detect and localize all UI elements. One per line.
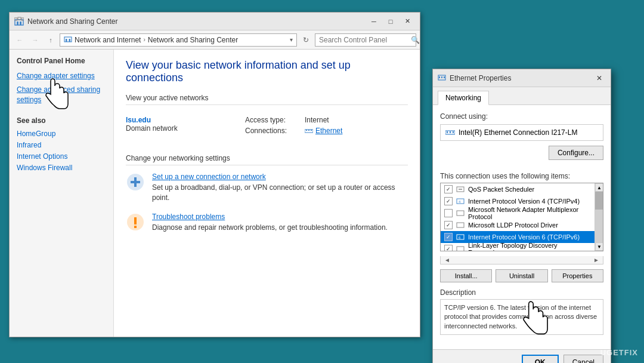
see-also-title: See also bbox=[17, 116, 106, 125]
svg-rect-8 bbox=[69, 39, 71, 42]
page-title: View your basic network information and … bbox=[126, 59, 408, 84]
sidebar: Control Panel Home Change adapter settin… bbox=[10, 50, 114, 337]
svg-rect-21 bbox=[441, 76, 442, 78]
svg-rect-15 bbox=[134, 177, 137, 187]
maximize-button[interactable]: □ bbox=[383, 16, 398, 27]
setup-connection-text: Set up a new connection or network Set u… bbox=[152, 173, 408, 203]
svg-rect-12 bbox=[311, 130, 312, 131]
check-lldp[interactable]: ✓ bbox=[444, 221, 453, 229]
sidebar-link-adapter[interactable]: Change adapter settings bbox=[17, 71, 106, 81]
ethernet-properties-dialog: Ethernet Properties ✕ Networking Connect… bbox=[432, 69, 611, 363]
item-lld-resp-label: Link-Layer Topology Discovery Responder bbox=[468, 242, 591, 251]
svg-rect-20 bbox=[439, 76, 440, 78]
up-button[interactable]: ↑ bbox=[44, 33, 57, 47]
path-current: Network and Sharing Center bbox=[148, 36, 238, 44]
access-type-row: Access type: Internet bbox=[245, 116, 408, 124]
troubleshoot-text: Troubleshoot problems Diagnose and repai… bbox=[152, 213, 388, 233]
connect-using-box: Intel(R) Ethernet Connection I217-LM bbox=[440, 124, 603, 141]
scroll-down-arrow[interactable]: ▼ bbox=[595, 242, 603, 251]
tab-networking[interactable]: Networking bbox=[438, 91, 489, 105]
refresh-button[interactable]: ↻ bbox=[299, 33, 312, 47]
check-ipv6[interactable]: ✓ bbox=[444, 233, 453, 241]
svg-rect-18 bbox=[134, 226, 137, 228]
item-qos-label: QoS Packet Scheduler bbox=[468, 186, 534, 193]
install-button[interactable]: Install... bbox=[440, 269, 492, 282]
item-ms-net-label: Microsoft Network Adapter Multiplexor Pr… bbox=[468, 206, 591, 220]
scroll-up-arrow[interactable]: ▲ bbox=[595, 183, 603, 192]
scroll-thumb[interactable] bbox=[595, 192, 603, 210]
scroll-track bbox=[595, 192, 603, 242]
see-also-homegroup[interactable]: HomeGroup bbox=[17, 130, 106, 138]
see-also-firewall[interactable]: Windows Firewall bbox=[17, 164, 106, 172]
svg-text:6: 6 bbox=[459, 236, 461, 239]
troubleshoot-title[interactable]: Troubleshoot problems bbox=[152, 213, 388, 221]
description-text: TCP/IP version 6. The latest version of … bbox=[444, 304, 597, 330]
check-ipv4[interactable]: ✓ bbox=[444, 197, 453, 205]
list-item-lldp[interactable]: ✓ Microsoft LLDP Protocol Driver bbox=[441, 219, 595, 231]
minimize-button[interactable]: ─ bbox=[366, 16, 382, 27]
see-also-internet[interactable]: Internet Options bbox=[17, 152, 106, 161]
search-input[interactable] bbox=[319, 36, 408, 44]
forward-button[interactable]: → bbox=[29, 33, 42, 47]
network-ssid[interactable]: lsu.edu bbox=[126, 116, 245, 124]
item-lldp-label: Microsoft LLDP Protocol Driver bbox=[468, 222, 558, 229]
svg-rect-35 bbox=[457, 247, 464, 251]
close-button[interactable]: ✕ bbox=[400, 16, 415, 27]
network-name: lsu.edu Domain network bbox=[126, 116, 245, 133]
list-item-ms-net[interactable]: Microsoft Network Adapter Multiplexor Pr… bbox=[441, 207, 595, 219]
main-window: Network and Sharing Center ─ □ ✕ ← → ↑ N… bbox=[9, 12, 420, 337]
list-item-lld-resp[interactable]: ✓ Link-Layer Topology Discovery Responde… bbox=[441, 243, 595, 251]
svg-rect-31 bbox=[457, 211, 464, 216]
sidebar-title: Control Panel Home bbox=[17, 57, 106, 65]
search-box[interactable]: 🔍 bbox=[315, 33, 416, 47]
change-settings-label: Change your networking settings bbox=[126, 154, 408, 165]
eth-title-bar: Ethernet Properties ✕ bbox=[433, 69, 611, 87]
check-lld-resp[interactable]: ✓ bbox=[444, 245, 453, 251]
active-networks-label: View your active networks bbox=[126, 94, 408, 105]
listbox-scrollbar[interactable]: ▲ ▼ bbox=[595, 183, 603, 251]
ok-button[interactable]: OK bbox=[522, 355, 559, 363]
troubleshoot-item: Troubleshoot problems Diagnose and repai… bbox=[126, 213, 408, 233]
content-area: Control Panel Home Change adapter settin… bbox=[10, 50, 420, 337]
setup-connection-icon bbox=[126, 173, 145, 192]
troubleshoot-desc: Diagnose and repair network problems, or… bbox=[152, 223, 388, 233]
sidebar-link-sharing[interactable]: Change advanced sharing settings bbox=[17, 85, 106, 105]
svg-rect-17 bbox=[134, 217, 137, 224]
network-info: lsu.edu Domain network Access type: Inte… bbox=[126, 111, 408, 142]
description-box: TCP/IP version 6. The latest version of … bbox=[440, 299, 603, 335]
network-details: Access type: Internet Connections: bbox=[245, 116, 408, 137]
window-icon bbox=[14, 17, 24, 26]
properties-button[interactable]: Properties bbox=[552, 269, 603, 282]
access-type-value: Internet bbox=[305, 116, 329, 124]
path-arrow-1: › bbox=[143, 36, 145, 43]
svg-rect-25 bbox=[450, 131, 451, 133]
check-qos[interactable]: ✓ bbox=[444, 185, 453, 193]
cancel-button[interactable]: Cancel bbox=[564, 355, 603, 363]
svg-rect-2 bbox=[20, 21, 21, 25]
list-item-qos[interactable]: ✓ QoS Packet Scheduler bbox=[441, 183, 595, 195]
setup-connection-item: Set up a new connection or network Set u… bbox=[126, 173, 408, 203]
setup-connection-title[interactable]: Set up a new connection or network bbox=[152, 173, 408, 181]
ethernet-link[interactable]: Ethernet bbox=[305, 127, 342, 135]
address-path[interactable]: Network and Internet › Network and Shari… bbox=[60, 33, 297, 47]
list-item-ipv6[interactable]: ✓ 6 Internet Protocol Version 6 (TCP/IPv… bbox=[441, 231, 595, 243]
item-ipv4-label: Internet Protocol Version 4 (TCP/IPv4) bbox=[468, 198, 580, 205]
list-item-ipv4[interactable]: ✓ 4 Internet Protocol Version 4 (TCP/IPv… bbox=[441, 195, 595, 207]
path-dropdown-arrow[interactable]: ▾ bbox=[290, 36, 293, 43]
troubleshoot-icon bbox=[126, 213, 145, 232]
back-button[interactable]: ← bbox=[13, 33, 26, 47]
path-network-internet[interactable]: Network and Internet bbox=[75, 36, 141, 44]
eth-close-button[interactable]: ✕ bbox=[593, 72, 606, 84]
item-ipv6-label: Internet Protocol Version 6 (TCP/IPv6) bbox=[468, 233, 580, 241]
svg-rect-22 bbox=[444, 76, 445, 78]
eth-title-text: Ethernet Properties bbox=[450, 74, 511, 82]
eth-body: Connect using: Intel(R) Ethernet Connect… bbox=[433, 105, 611, 349]
eth-title-icon bbox=[438, 73, 446, 83]
svg-rect-6 bbox=[64, 37, 72, 42]
check-ms-net[interactable] bbox=[444, 209, 453, 217]
svg-rect-10 bbox=[306, 130, 307, 131]
access-type-label: Access type: bbox=[245, 116, 305, 124]
uninstall-button[interactable]: Uninstall bbox=[496, 269, 547, 282]
see-also-infrared[interactable]: Infrared bbox=[17, 141, 106, 149]
configure-button[interactable]: Configure... bbox=[549, 146, 603, 160]
